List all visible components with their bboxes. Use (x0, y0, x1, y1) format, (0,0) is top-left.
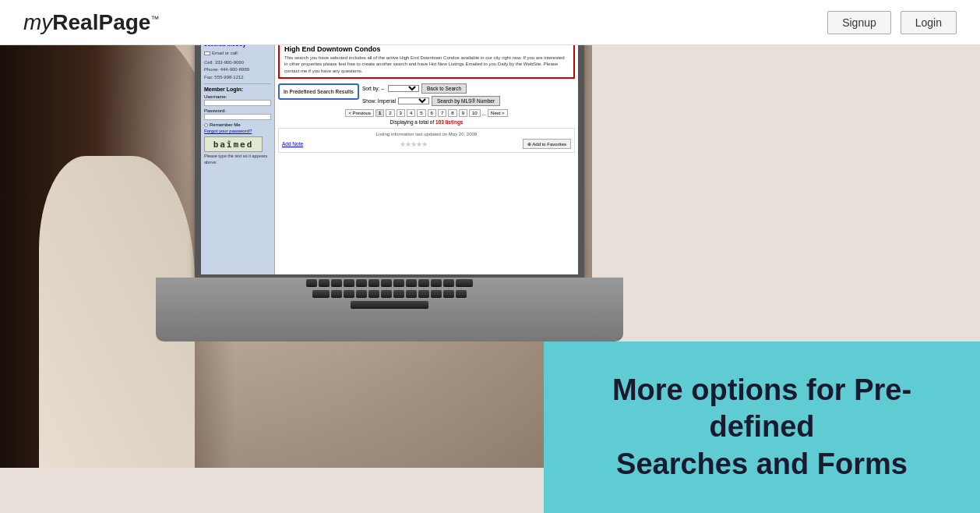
remember-me: Remember Me (204, 122, 271, 127)
key (381, 290, 392, 298)
laptop-screen: Jessica McCoy Email or call: Cell: 333-9… (195, 31, 584, 281)
password-input[interactable] (204, 114, 271, 120)
page-6-button[interactable]: 6 (428, 109, 436, 117)
key (344, 290, 354, 298)
member-login-label: Member Login: (204, 87, 271, 92)
key (443, 290, 454, 298)
key (356, 290, 367, 298)
listing-actions: Add Note ★★★★★ ⊕ Add to Favorites (282, 139, 571, 149)
logo: myRealPage™ (23, 10, 159, 35)
contact-info: Email or call: Cell: 333-900-9090 Phone:… (204, 50, 271, 84)
cell-number: Cell: 333-900-9090 (204, 59, 271, 67)
login-button[interactable]: Login (901, 11, 957, 34)
key (418, 290, 429, 298)
email-label: Email or call: (212, 50, 238, 58)
key (331, 290, 342, 298)
main-container: myRealPage™ Signup Login Jessica McCoy E… (0, 0, 980, 513)
listing-card: Listing information last updated on May … (278, 128, 575, 153)
phone-number: Phone: 444-900-8989 (204, 66, 271, 74)
key (393, 279, 404, 287)
key (393, 290, 404, 298)
screen-sidebar: Jessica McCoy Email or call: Cell: 333-9… (201, 37, 275, 274)
listing-info: Listing information last updated on May … (282, 132, 571, 136)
signup-button[interactable]: Signup (827, 11, 891, 34)
email-row: Email or call: (204, 50, 271, 58)
controls-row: In Predefined Search Results Sort by: – … (278, 83, 575, 106)
search-title: High End Downtown Condos (284, 45, 569, 53)
key (381, 279, 392, 287)
page-5-button[interactable]: 5 (417, 109, 425, 117)
key (431, 279, 442, 287)
key (456, 290, 467, 298)
page-8-button[interactable]: 8 (448, 109, 457, 117)
header-nav: Signup Login (827, 11, 957, 34)
laptop-container: Jessica McCoy Email or call: Cell: 333-9… (156, 31, 608, 343)
pagination-row: < Previous 1 2 3 4 5 6 7 8 9 10 ... Next… (278, 109, 575, 117)
overlay-text: More options for Pre-defined Searches an… (575, 372, 949, 483)
logo-area: myRealPage™ (23, 10, 159, 35)
page-10-button[interactable]: 10 (469, 109, 481, 117)
tooltip-box: In Predefined Search Results (278, 83, 359, 100)
page-ellipsis: ... (482, 111, 486, 116)
key (306, 279, 317, 287)
key (368, 290, 379, 298)
add-to-favorites-button[interactable]: ⊕ Add to Favorites (523, 139, 571, 149)
forgot-password-link[interactable]: Forgot your password? (204, 129, 271, 133)
spacebar-key (351, 301, 428, 309)
show-label: Show: Imperial (362, 98, 396, 104)
prev-page-button[interactable]: < Previous (345, 109, 374, 117)
remember-me-checkbox[interactable] (204, 123, 208, 127)
search-title-box: High End Downtown Condos This search you… (278, 41, 575, 79)
page-9-button[interactable]: 9 (459, 109, 467, 117)
key (406, 290, 417, 298)
key (456, 279, 473, 287)
key (312, 290, 330, 298)
fax-number: Fax: 555-998-1212 (204, 74, 271, 82)
next-page-button[interactable]: Next > (488, 109, 508, 117)
page-3-button[interactable]: 3 (397, 109, 405, 117)
sort-by-label: Sort by: – (362, 86, 386, 91)
header-bar: myRealPage™ Signup Login (0, 0, 980, 45)
key (344, 279, 354, 287)
page-1-button[interactable]: 1 (375, 109, 384, 117)
username-label: Username: (204, 94, 271, 99)
text-overlay: More options for Pre-defined Searches an… (544, 341, 980, 513)
sort-by-area: Sort by: – Back to Search Show: Imperial… (362, 83, 500, 106)
page-2-button[interactable]: 2 (386, 109, 394, 117)
key (368, 279, 379, 287)
captcha-note: Please type the text as it appears above… (204, 154, 271, 165)
overlay-line1: More options for Pre-defined (575, 372, 949, 446)
screen-content: Jessica McCoy Email or call: Cell: 333-9… (201, 37, 578, 274)
screen-main: High End Downtown Condos This search you… (275, 37, 578, 274)
key (319, 279, 330, 287)
username-input[interactable] (204, 100, 271, 106)
show-row: Show: Imperial Search by MLS® Number (362, 96, 500, 106)
add-note-link[interactable]: Add Note (282, 141, 303, 147)
page-4-button[interactable]: 4 (407, 109, 415, 117)
show-select[interactable] (398, 97, 429, 104)
displaying-text: Displaying a total of 103 listings (278, 119, 575, 125)
password-label: Password: (204, 108, 271, 113)
laptop-keyboard (156, 278, 623, 341)
logo-realpage: RealPage (52, 10, 150, 34)
sort-row: Sort by: – Back to Search (362, 83, 500, 94)
page-7-button[interactable]: 7 (438, 109, 446, 117)
email-icon (204, 51, 210, 55)
sort-by-select[interactable] (388, 85, 419, 92)
overlay-line2: Searches and Forms (575, 446, 949, 483)
logo-tm: ™ (150, 13, 159, 23)
captcha-image: baîmed (204, 136, 263, 152)
displaying-label: Displaying a total of (390, 119, 435, 125)
key (356, 279, 367, 287)
key (406, 279, 417, 287)
search-by-mls-button[interactable]: Search by MLS® Number (432, 96, 500, 106)
search-description: This search you have selected includes a… (284, 55, 569, 74)
star-rating[interactable]: ★★★★★ (400, 140, 427, 148)
logo-my: my (23, 10, 52, 34)
remember-me-label: Remember Me (210, 122, 241, 127)
listings-count: 103 listings (435, 119, 463, 125)
key (418, 279, 429, 287)
back-to-search-button[interactable]: Back to Search (421, 83, 467, 94)
key (443, 279, 454, 287)
key (331, 279, 342, 287)
